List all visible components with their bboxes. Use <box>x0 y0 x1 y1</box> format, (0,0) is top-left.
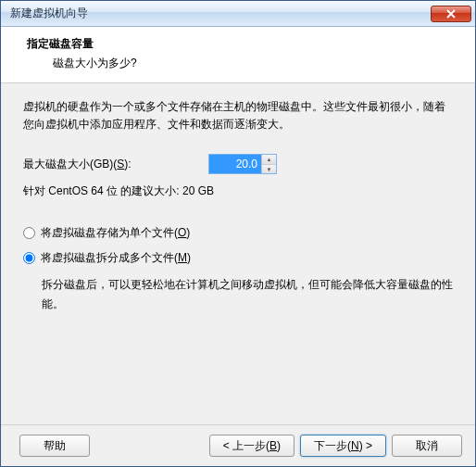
split-files-radio[interactable] <box>23 252 35 264</box>
split-files-description: 拆分磁盘后，可以更轻松地在计算机之间移动虚拟机，但可能会降低大容量磁盘的性能。 <box>23 275 453 313</box>
page-subtitle: 磁盘大小为多少? <box>19 56 457 71</box>
storage-option-group: 将虚拟磁盘存储为单个文件(O) 将虚拟磁盘拆分成多个文件(M) 拆分磁盘后，可以… <box>23 225 453 313</box>
recommended-size-text: 针对 CentOS 64 位 的建议大小: 20 GB <box>23 183 453 199</box>
wizard-header: 指定磁盘容量 磁盘大小为多少? <box>1 27 475 83</box>
spinner-buttons: ▲ ▼ <box>261 155 276 173</box>
disk-size-row: 最大磁盘大小(GB)(S): ▲ ▼ <box>23 154 453 174</box>
titlebar: 新建虚拟机向导 <box>1 1 475 27</box>
page-title: 指定磁盘容量 <box>19 36 457 52</box>
next-button[interactable]: 下一步(N) > <box>300 435 386 457</box>
close-button[interactable] <box>431 6 471 22</box>
split-files-label: 将虚拟磁盘拆分成多个文件(M) <box>41 250 191 266</box>
back-button[interactable]: < 上一步(B) <box>209 435 294 457</box>
help-button[interactable]: 帮助 <box>19 435 90 457</box>
spinner-down-button[interactable]: ▼ <box>262 165 276 174</box>
disk-size-spinner: ▲ ▼ <box>208 154 277 174</box>
single-file-label: 将虚拟磁盘存储为单个文件(O) <box>41 225 190 241</box>
single-file-radio[interactable] <box>23 227 35 239</box>
disk-size-label: 最大磁盘大小(GB)(S): <box>23 157 208 172</box>
wizard-window: 新建虚拟机向导 指定磁盘容量 磁盘大小为多少? 虚拟机的硬盘作为一个或多个文件存… <box>0 0 476 467</box>
description-text: 虚拟机的硬盘作为一个或多个文件存储在主机的物理磁盘中。这些文件最初很小，随着您向… <box>23 98 453 133</box>
window-title: 新建虚拟机向导 <box>10 6 431 21</box>
wizard-footer: 帮助 < 上一步(B) 下一步(N) > 取消 <box>1 424 475 466</box>
spinner-up-button[interactable]: ▲ <box>262 155 276 165</box>
split-files-option[interactable]: 将虚拟磁盘拆分成多个文件(M) <box>23 250 453 266</box>
wizard-content: 虚拟机的硬盘作为一个或多个文件存储在主机的物理磁盘中。这些文件最初很小，随着您向… <box>1 83 475 424</box>
close-icon <box>446 9 456 19</box>
cancel-button[interactable]: 取消 <box>392 435 462 457</box>
disk-size-input[interactable] <box>209 155 261 173</box>
single-file-option[interactable]: 将虚拟磁盘存储为单个文件(O) <box>23 225 453 241</box>
